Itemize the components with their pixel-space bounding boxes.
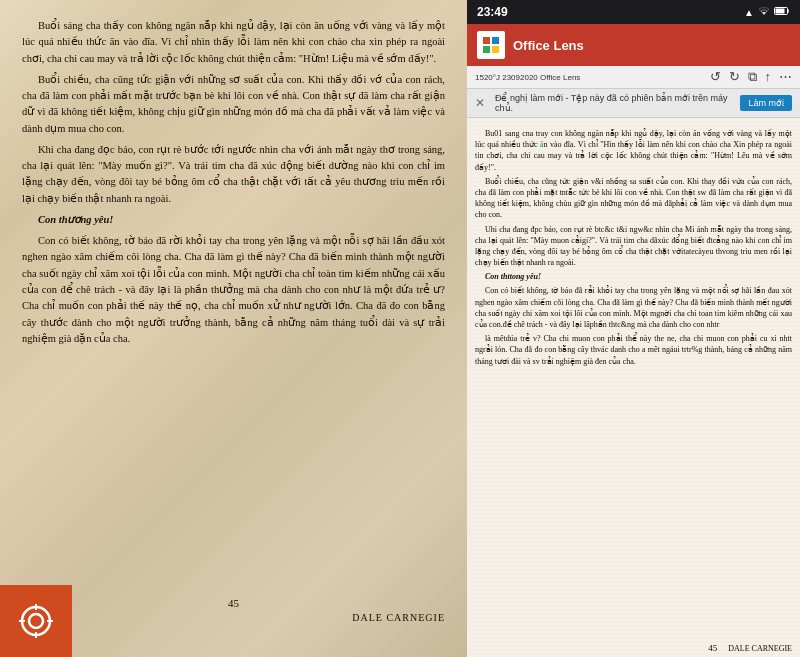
book-paragraph-4: Con thương yêu! bbox=[22, 212, 445, 228]
book-paragraph-2: Buổi chiều, cha cũng tức giận với những … bbox=[22, 72, 445, 137]
page-number-left: 45 bbox=[228, 597, 239, 609]
office-lens-badge bbox=[0, 585, 72, 657]
more-icon[interactable]: ⋯ bbox=[779, 69, 792, 85]
svg-point-1 bbox=[29, 614, 43, 628]
svg-point-0 bbox=[22, 607, 50, 635]
svg-rect-10 bbox=[483, 46, 490, 53]
doc-view: Bu01 sang cna tray con không ngăn nắp kh… bbox=[467, 118, 800, 657]
doc-paragraph-3: Uhi cha đang đpc báo, con rụt rè btc&c t… bbox=[475, 224, 792, 269]
undo-icon[interactable]: ↺ bbox=[710, 69, 721, 85]
book-paragraph-5: Con có biết không, tờ báo đã rời khỏi ta… bbox=[22, 233, 445, 347]
doc-paragraph-5: Con có biết không, tờ báo đã rải khỏi ta… bbox=[475, 285, 792, 330]
book-text-left: Buổi sáng cha thấy con không ngăn nắp kh… bbox=[22, 18, 445, 347]
left-book-panel: Buổi sáng cha thấy con không ngăn nắp kh… bbox=[0, 0, 467, 657]
svg-rect-7 bbox=[776, 9, 785, 14]
notification-bar: ✕ Để nghị làm mới - Tệp này đã có phiên … bbox=[467, 89, 800, 118]
doc-paragraph-1: Bu01 sang cna tray con không ngăn nắp kh… bbox=[475, 128, 792, 173]
notification-action-button[interactable]: Làm mới bbox=[740, 95, 792, 111]
copy-icon[interactable]: ⧉ bbox=[748, 69, 757, 85]
svg-rect-9 bbox=[492, 37, 499, 44]
battery-icon bbox=[774, 6, 790, 18]
svg-rect-11 bbox=[492, 46, 499, 53]
book-paragraph-3: Khi cha đang đọc báo, con rụt rè bước tớ… bbox=[22, 142, 445, 207]
app-title: Office Lens bbox=[513, 38, 790, 53]
notification-close-icon[interactable]: ✕ bbox=[475, 96, 485, 110]
doc-text: Bu01 sang cna tray con không ngăn nắp kh… bbox=[475, 128, 792, 367]
file-toolbar: 1520°J 23092020 Office Lens ↺ ↻ ⧉ ↑ ⋯ bbox=[467, 66, 800, 89]
notification-text: Để nghị làm mới - Tệp này đã có phiên bả… bbox=[495, 93, 740, 113]
doc-paragraph-4: Con thttong yêu! bbox=[475, 271, 792, 282]
office-lens-icon bbox=[15, 600, 57, 642]
status-icons: ▲ bbox=[744, 6, 790, 18]
svg-rect-8 bbox=[483, 37, 490, 44]
redo-icon[interactable]: ↻ bbox=[729, 69, 740, 85]
wifi-icon bbox=[758, 6, 770, 18]
author-name-left: DALE CARNEGIE bbox=[352, 612, 445, 623]
book-page: Buổi sáng cha thấy con không ngăn nắp kh… bbox=[0, 0, 467, 657]
doc-paragraph-2: Buổi chiều, cha cũng tức giận v&i nhồng … bbox=[475, 176, 792, 221]
share-icon[interactable]: ↑ bbox=[765, 69, 772, 85]
status-time: 23:49 bbox=[477, 5, 508, 19]
app-logo bbox=[477, 31, 505, 59]
status-bar: 23:49 ▲ bbox=[467, 0, 800, 24]
doc-footer: 45 DALE CARNEGIE bbox=[475, 643, 792, 653]
book-paragraph-1: Buổi sáng cha thấy con không ngăn nắp kh… bbox=[22, 18, 445, 67]
right-phone-panel: 23:49 ▲ bbox=[467, 0, 800, 657]
doc-author-name: DALE CARNEGIE bbox=[728, 644, 792, 653]
file-actions: ↺ ↻ ⧉ ↑ ⋯ bbox=[710, 69, 793, 85]
filename-label: 1520°J 23092020 Office Lens bbox=[475, 73, 580, 82]
app-header: Office Lens bbox=[467, 24, 800, 66]
signal-icon: ▲ bbox=[744, 7, 754, 18]
office-logo-icon bbox=[481, 35, 501, 55]
doc-paragraph-6: là mêtdúa trẻ v? Cha chi muon con phải t… bbox=[475, 333, 792, 367]
